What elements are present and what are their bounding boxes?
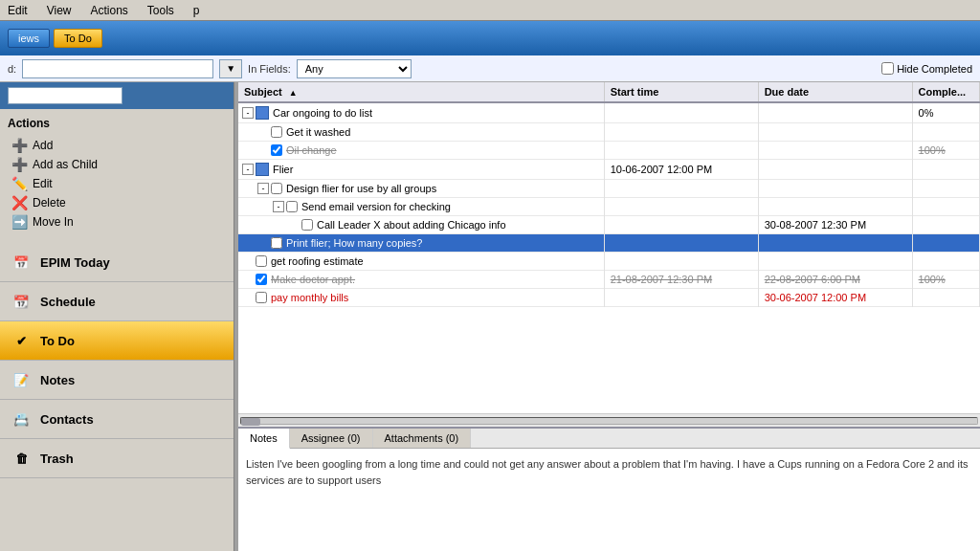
complete-value: 0%: [919, 107, 934, 119]
table-row[interactable]: -Design flier for use by all groups: [238, 180, 980, 198]
task-checkbox[interactable]: [271, 144, 282, 156]
actions-section: Actions ➕Add➕Add as Child✏️Edit❌Delete➡️…: [0, 109, 234, 239]
task-checkbox[interactable]: [271, 126, 282, 138]
table-row[interactable]: -Flier10-06-2007 12:00 PM: [238, 160, 980, 180]
nav-icon-to-do: ✔: [10, 329, 33, 352]
cell-subject: pay monthly bills: [238, 289, 604, 307]
due-date-value: 22-08-2007 6:00 PM: [765, 274, 860, 285]
cell-subject: Oil change: [238, 142, 604, 160]
horizontal-scrollbar[interactable]: [238, 413, 980, 427]
task-checkbox[interactable]: [301, 219, 313, 231]
action-label-delete: Delete: [33, 196, 66, 209]
nav-item-trash[interactable]: 🗑Trash: [0, 439, 234, 478]
toolbar-tab-views[interactable]: iews: [8, 29, 50, 48]
task-checkbox[interactable]: [271, 237, 282, 249]
expand-btn[interactable]: -: [257, 183, 269, 194]
nav-icon-trash: 🗑: [10, 447, 33, 470]
actions-title: Actions: [8, 117, 226, 130]
todo-table[interactable]: Subject ▲ Start time Due date Comple... …: [238, 82, 980, 413]
cell-start-time: [604, 123, 758, 142]
toolbar-tab-todo[interactable]: To Do: [54, 29, 102, 48]
nav-icon-epim-today: 📅: [10, 251, 33, 274]
table-row[interactable]: Oil change100%: [238, 142, 980, 160]
blue-box-icon: [256, 163, 269, 176]
table-row[interactable]: Call Leader X about adding Chicago info3…: [238, 216, 980, 234]
toolbar: iews To Do: [0, 21, 980, 55]
action-edit[interactable]: ✏️Edit: [8, 174, 226, 193]
cell-subject: -Car ongoing to do list: [238, 102, 604, 123]
cell-complete: 100%: [912, 271, 979, 289]
notes-tab-attachments[interactable]: Attachments (0): [373, 429, 472, 448]
sidebar-search-input[interactable]: [8, 87, 122, 104]
search-label: d:: [8, 63, 16, 75]
scroll-track[interactable]: [240, 417, 978, 425]
col-due-date: Due date: [758, 82, 912, 102]
sort-arrow-icon: ▲: [289, 88, 298, 98]
cell-subject: Call Leader X about adding Chicago info: [238, 216, 604, 234]
expand-btn[interactable]: -: [242, 107, 254, 119]
menu-p[interactable]: p: [189, 2, 204, 19]
search-input[interactable]: [22, 59, 213, 78]
table-row[interactable]: -Send email version for checking: [238, 198, 980, 216]
nav-icon-contacts: 📇: [10, 408, 33, 430]
menu-view[interactable]: View: [43, 2, 76, 19]
cell-complete: [912, 123, 979, 142]
task-subject-text: get roofing estimate: [271, 255, 364, 267]
notes-content: Listen I've been googling from a long ti…: [238, 449, 980, 551]
expand-btn[interactable]: -: [242, 164, 254, 175]
cell-complete: [912, 234, 979, 253]
cell-start-time: 21-08-2007 12:30 PM: [604, 271, 758, 289]
notes-tab-assignee[interactable]: Assignee (0): [290, 429, 373, 448]
complete-value: 100%: [919, 274, 946, 285]
action-label-add-child: Add as Child: [33, 158, 98, 171]
action-icon-add-child: ➕: [11, 157, 27, 172]
nav-item-to-do[interactable]: ✔To Do: [0, 321, 234, 361]
menu-tools[interactable]: Tools: [144, 2, 178, 19]
notes-tab-notes[interactable]: Notes: [238, 429, 290, 449]
nav-label-contacts: Contacts: [40, 412, 94, 427]
scroll-thumb[interactable]: [241, 418, 260, 426]
nav-label-trash: Trash: [40, 452, 74, 466]
action-icon-move-in: ➡️: [11, 214, 27, 230]
complete-value: 100%: [919, 144, 946, 156]
cell-start-time: [604, 253, 758, 271]
table-row[interactable]: Get it washed: [238, 123, 980, 142]
cell-complete: [912, 198, 979, 216]
hide-completed-label[interactable]: Hide Completed: [881, 62, 972, 75]
task-checkbox[interactable]: [286, 201, 298, 212]
action-move-in[interactable]: ➡️Move In: [8, 212, 226, 231]
cell-start-time: [604, 216, 758, 234]
cell-due-date: [758, 234, 912, 253]
task-checkbox[interactable]: [256, 255, 267, 267]
table-row[interactable]: pay monthly bills30-06-2007 12:00 PM: [238, 289, 980, 307]
action-delete[interactable]: ❌Delete: [8, 193, 226, 212]
start-time-value: 21-08-2007 12:30 PM: [611, 274, 712, 285]
nav-item-schedule[interactable]: 📆Schedule: [0, 282, 234, 321]
task-subject-text: Make doctor appt.: [271, 274, 355, 285]
table-row[interactable]: get roofing estimate: [238, 253, 980, 271]
action-add-child[interactable]: ➕Add as Child: [8, 155, 226, 174]
expand-btn[interactable]: -: [273, 201, 284, 212]
hide-completed-checkbox[interactable]: [881, 62, 894, 75]
table-row[interactable]: Print flier; How many copies?: [238, 234, 980, 253]
task-checkbox[interactable]: [271, 183, 282, 194]
nav-item-contacts[interactable]: 📇Contacts: [0, 400, 234, 439]
due-date-value: 30-06-2007 12:00 PM: [765, 292, 866, 303]
search-button[interactable]: ▼: [219, 59, 242, 78]
cell-due-date: 22-08-2007 6:00 PM: [758, 271, 912, 289]
task-checkbox[interactable]: [256, 274, 267, 285]
cell-subject: get roofing estimate: [238, 253, 604, 271]
menu-edit[interactable]: Edit: [4, 2, 32, 19]
task-subject-text: Design flier for use by all groups: [286, 183, 436, 194]
table-row[interactable]: -Car ongoing to do list0%: [238, 102, 980, 123]
action-add[interactable]: ➕Add: [8, 136, 226, 155]
nav-label-schedule: Schedule: [40, 295, 96, 309]
actions-list: ➕Add➕Add as Child✏️Edit❌Delete➡️Move In: [8, 136, 226, 231]
nav-item-notes[interactable]: 📝Notes: [0, 361, 234, 400]
nav-item-epim-today[interactable]: 📅EPIM Today: [0, 243, 234, 282]
table-row[interactable]: Make doctor appt.21-08-2007 12:30 PM22-0…: [238, 271, 980, 289]
task-checkbox[interactable]: [256, 292, 267, 303]
in-fields-label: In Fields:: [248, 63, 291, 75]
menu-actions[interactable]: Actions: [86, 2, 131, 19]
in-fields-dropdown[interactable]: Any: [297, 59, 412, 78]
